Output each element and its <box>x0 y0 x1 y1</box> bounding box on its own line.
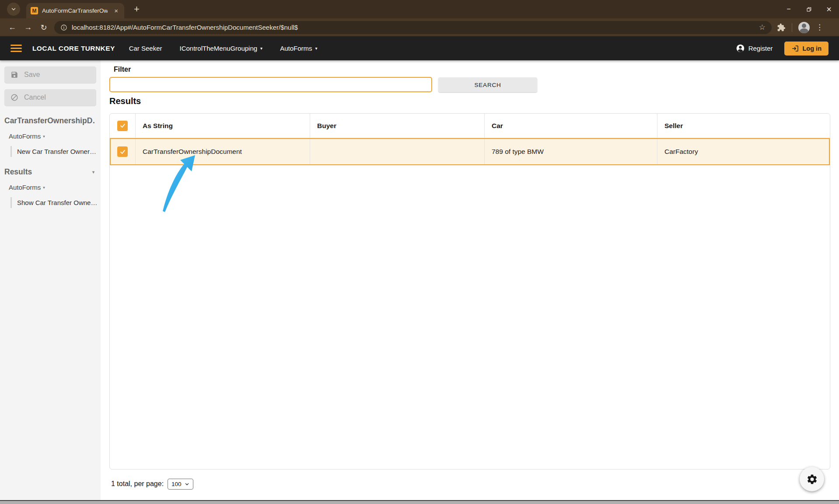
chevron-down-icon: ▾ <box>43 134 45 139</box>
chevron-down-icon: ▾ <box>315 46 318 51</box>
search-button[interactable]: SEARCH <box>438 77 537 92</box>
browser-tab[interactable]: M AutoFormCarTransferOwnership × <box>26 3 124 18</box>
settings-fab-button[interactable] <box>800 467 824 491</box>
url-bar[interactable]: localhost:8182/App#/AutoFormCarTransferO… <box>54 21 772 34</box>
cell-buyer <box>310 138 484 165</box>
sidebar-section-title[interactable]: Results ▾ <box>4 167 94 177</box>
table-header-row: As String Buyer Car Seller <box>110 114 830 138</box>
tab-title: AutoFormCarTransferOwnership <box>42 7 108 14</box>
bookmark-star-icon[interactable]: ☆ <box>759 23 766 32</box>
column-header-car: Car <box>484 114 657 138</box>
sidebar-item-show-car-transfer[interactable]: Show Car Transfer Owne… <box>10 197 98 208</box>
check-icon <box>119 149 126 155</box>
select-all-checkbox[interactable] <box>117 121 128 131</box>
row-checkbox[interactable] <box>117 146 128 157</box>
gear-icon <box>806 473 818 485</box>
app-header: LOCAL CORE TURNKEY Car Seeker IControlTh… <box>0 36 839 60</box>
chevron-down-icon: ▾ <box>92 170 94 174</box>
info-icon[interactable] <box>60 24 67 31</box>
favicon-icon: M <box>31 7 38 14</box>
sidebar-group-autoforms[interactable]: AutoForms ▾ <box>9 132 101 140</box>
chevron-down-icon <box>185 482 189 487</box>
cell-seller: CarFactory <box>657 138 830 165</box>
forward-icon[interactable]: → <box>20 20 36 35</box>
results-table: As String Buyer Car Seller CarTransferOw… <box>109 113 830 469</box>
sidebar-group-autoforms[interactable]: AutoForms ▾ <box>9 184 101 191</box>
sidebar-section-title[interactable]: CarTransferOwnershipD… ▾ <box>4 116 94 125</box>
save-button[interactable]: Save <box>4 66 96 83</box>
brand-title[interactable]: LOCAL CORE TURNKEY <box>32 45 115 52</box>
hamburger-menu-icon[interactable] <box>10 45 22 52</box>
table-row[interactable]: CarTransferOwnershipDocument 789 of type… <box>110 138 830 165</box>
column-header-buyer: Buyer <box>310 114 484 138</box>
new-tab-button[interactable]: + <box>131 4 142 14</box>
nav-item-car-seeker[interactable]: Car Seeker <box>129 45 162 52</box>
restore-icon <box>806 7 812 12</box>
chevron-down-icon: ▾ <box>260 46 262 51</box>
column-header-as-string: As String <box>135 114 310 138</box>
cancel-label: Cancel <box>24 94 46 101</box>
pagination-text: 1 total, per page: <box>111 480 164 488</box>
save-icon <box>10 71 18 79</box>
chevron-down-icon <box>10 6 17 12</box>
cell-as-string: CarTransferOwnershipDocument <box>135 138 310 165</box>
window-bottom-edge <box>0 500 839 504</box>
pagination: 1 total, per page: 100 <box>111 477 193 491</box>
browser-tab-strip: M AutoFormCarTransferOwnership × + − × <box>0 0 839 18</box>
filter-label: Filter <box>114 66 131 73</box>
browser-toolbar: ← → ↻ localhost:8182/App#/AutoFormCarTra… <box>0 18 839 36</box>
filter-input[interactable] <box>109 77 432 92</box>
save-label: Save <box>24 71 40 79</box>
cancel-button[interactable]: Cancel <box>4 89 96 106</box>
sidebar: Save Cancel CarTransferOwnershipD… ▾ Aut… <box>0 60 101 500</box>
register-button[interactable]: Register <box>736 44 773 53</box>
cancel-icon <box>10 94 18 101</box>
cell-car: 789 of type BMW <box>484 138 657 165</box>
person-icon <box>736 44 745 53</box>
reload-icon[interactable]: ↻ <box>36 20 52 35</box>
nav-item-icontrolthemenugrouping[interactable]: IControlTheMenuGrouping ▾ <box>180 45 263 52</box>
tab-close-icon[interactable]: × <box>112 7 120 15</box>
browser-menu-icon[interactable]: ⋮ <box>816 23 823 32</box>
main-content: Filter SEARCH Results As String Buyer Ca… <box>101 60 839 500</box>
extensions-puzzle-icon[interactable] <box>777 23 786 32</box>
profile-avatar[interactable] <box>798 22 810 33</box>
window-restore-button[interactable] <box>799 0 819 18</box>
column-header-seller: Seller <box>657 114 830 138</box>
toolbar-divider <box>792 23 792 32</box>
login-button[interactable]: Log in <box>784 42 829 56</box>
nav-item-autoforms[interactable]: AutoForms ▾ <box>280 45 317 52</box>
pointer-arrow-annotation <box>162 154 197 217</box>
login-icon <box>791 45 799 52</box>
register-label: Register <box>748 45 773 52</box>
login-label: Log in <box>803 45 822 52</box>
window-minimize-button[interactable]: − <box>779 0 799 18</box>
results-title: Results <box>109 96 141 106</box>
page-size-select[interactable]: 100 <box>168 479 193 490</box>
tab-search-button[interactable] <box>7 3 20 16</box>
sidebar-item-new-car-transfer[interactable]: New Car Transfer Owner… <box>10 146 98 157</box>
window-close-button[interactable]: × <box>819 0 839 18</box>
chevron-down-icon: ▾ <box>43 185 45 190</box>
check-icon <box>119 122 126 129</box>
back-icon[interactable]: ← <box>4 20 20 35</box>
url-text: localhost:8182/App#/AutoFormCarTransferO… <box>72 24 298 31</box>
